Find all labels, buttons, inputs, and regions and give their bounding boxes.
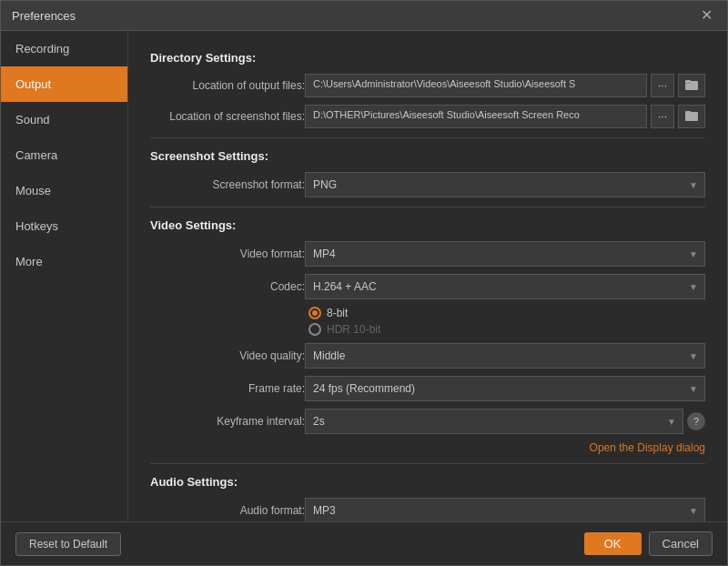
divider-3 [150,463,705,464]
keyframe-select[interactable]: 1s 2s 3s 5s [305,409,683,434]
bit-8-row[interactable]: 8-bit [305,307,380,319]
screenshot-files-label: Location of screenshot files: [150,110,305,123]
audio-format-select-wrap: MP3 AAC WAV FLAC ▼ [305,498,705,521]
bit-8-radio[interactable] [308,307,321,319]
video-format-select[interactable]: MP4 AVI MOV [305,241,705,267]
keyframe-select-wrap: 1s 2s 3s 5s ▼ [305,409,683,434]
screenshot-files-value: D:\OTHER\Pictures\Aiseesoft Studio\Aisee… [305,105,705,128]
output-path-input[interactable]: C:\Users\Administrator\Videos\Aiseesoft … [305,74,647,97]
reset-button[interactable]: Reset to Default [15,532,121,556]
bit-depth-row: 8-bit HDR 10-bit [150,307,705,336]
bit-8-label: 8-bit [327,307,348,319]
framerate-select-wrap: 15 fps 20 fps 24 fps (Recommend) 30 fps … [305,376,705,401]
codec-select-wrap: H.264 + AAC H.265 + AAC ▼ [305,274,705,299]
codec-label: Codec: [150,280,305,293]
framerate-row: Frame rate: 15 fps 20 fps 24 fps (Recomm… [150,376,705,401]
screenshot-files-row: Location of screenshot files: D:\OTHER\P… [150,105,705,128]
screenshot-format-select-wrap: PNG JPG BMP ▼ [305,172,705,197]
content-area: Recording Output Sound Camera Mouse Hotk… [1,31,727,521]
bit-10-radio[interactable] [308,323,321,336]
folder-icon-2 [685,109,698,122]
video-quality-row: Video quality: Low Middle High Lossless … [150,343,705,369]
screenshot-format-select[interactable]: PNG JPG BMP [305,172,705,197]
preferences-dialog: Preferences ✕ Recording Output Sound Cam… [0,0,728,566]
output-files-label: Location of output files: [150,79,305,92]
codec-value: H.264 + AAC H.265 + AAC ▼ [305,274,705,299]
svg-rect-4 [685,111,691,114]
folder-icon [685,78,698,91]
dialog-title: Preferences [12,9,76,23]
audio-settings-title: Audio Settings: [150,475,705,489]
output-folder-button[interactable] [678,74,705,97]
sidebar-item-hotkeys[interactable]: Hotkeys [1,208,127,244]
title-bar: Preferences ✕ [1,1,727,31]
video-settings-title: Video Settings: [150,218,705,232]
bit-depth-options: 8-bit HDR 10-bit [305,307,705,336]
display-link-row: Open the Display dialog [150,441,705,454]
output-files-row: Location of output files: C:\Users\Admin… [150,74,705,97]
directory-settings-title: Directory Settings: [150,51,705,65]
bit-depth-radio-group: 8-bit HDR 10-bit [305,307,380,336]
audio-format-label: Audio format: [150,504,305,517]
divider-1 [150,137,705,138]
footer-actions: OK Cancel [584,531,713,556]
sidebar-item-recording[interactable]: Recording [1,31,127,66]
codec-row: Codec: H.264 + AAC H.265 + AAC ▼ [150,274,705,299]
codec-select[interactable]: H.264 + AAC H.265 + AAC [305,274,705,299]
sidebar-item-mouse[interactable]: Mouse [1,173,127,208]
video-quality-label: Video quality: [150,349,305,362]
video-quality-value: Low Middle High Lossless ▼ [305,343,705,369]
screenshot-format-value: PNG JPG BMP ▼ [305,172,705,197]
sidebar-item-output[interactable]: Output [1,66,127,102]
keyframe-row: Keyframe interval: 1s 2s 3s 5s ▼ ? [150,409,705,434]
framerate-value: 15 fps 20 fps 24 fps (Recommend) 30 fps … [305,376,705,401]
dialog-footer: Reset to Default OK Cancel [1,521,727,565]
bit-10-row[interactable]: HDR 10-bit [305,323,380,336]
display-dialog-link[interactable]: Open the Display dialog [590,441,705,454]
sidebar-item-more[interactable]: More [1,244,127,279]
svg-rect-2 [685,80,691,83]
bit-10-label: HDR 10-bit [327,323,380,336]
video-format-select-wrap: MP4 AVI MOV ▼ [305,241,705,267]
video-quality-select[interactable]: Low Middle High Lossless [305,343,705,369]
output-dots-button[interactable]: ··· [651,74,674,97]
screenshot-path-input[interactable]: D:\OTHER\Pictures\Aiseesoft Studio\Aisee… [305,105,647,128]
audio-format-value: MP3 AAC WAV FLAC ▼ [305,498,705,521]
divider-2 [150,207,705,207]
video-format-row: Video format: MP4 AVI MOV ▼ [150,241,705,267]
sidebar: Recording Output Sound Camera Mouse Hotk… [1,31,128,521]
output-files-value: C:\Users\Administrator\Videos\Aiseesoft … [305,74,705,97]
screenshot-format-row: Screenshot format: PNG JPG BMP ▼ [150,172,705,197]
screenshot-settings-title: Screenshot Settings: [150,149,705,163]
sidebar-item-sound[interactable]: Sound [1,102,127,137]
video-quality-select-wrap: Low Middle High Lossless ▼ [305,343,705,369]
video-format-value: MP4 AVI MOV ▼ [305,241,705,267]
audio-format-select[interactable]: MP3 AAC WAV FLAC [305,498,705,521]
video-format-label: Video format: [150,248,305,260]
keyframe-label: Keyframe interval: [150,415,305,428]
screenshot-dots-button[interactable]: ··· [651,105,674,128]
framerate-select[interactable]: 15 fps 20 fps 24 fps (Recommend) 30 fps … [305,376,705,401]
keyframe-value: 1s 2s 3s 5s ▼ ? [305,409,705,434]
ok-button[interactable]: OK [584,532,642,555]
framerate-label: Frame rate: [150,382,305,395]
keyframe-help-button[interactable]: ? [687,412,705,430]
close-button[interactable]: ✕ [697,8,716,23]
screenshot-format-label: Screenshot format: [150,178,305,191]
audio-format-row: Audio format: MP3 AAC WAV FLAC ▼ [150,498,705,521]
cancel-button[interactable]: Cancel [649,531,713,556]
sidebar-item-camera[interactable]: Camera [1,137,127,173]
main-panel: Directory Settings: Location of output f… [128,31,727,521]
screenshot-folder-button[interactable] [678,105,705,128]
